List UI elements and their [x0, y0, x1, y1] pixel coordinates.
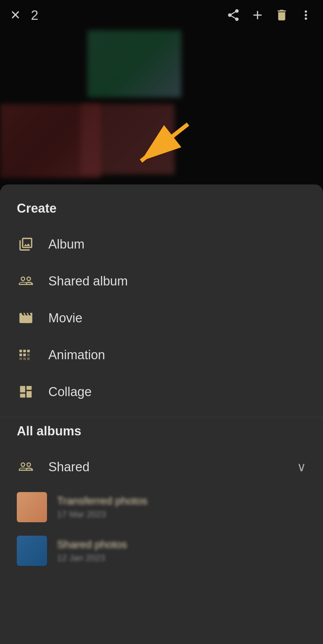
album-label: Album: [48, 237, 85, 252]
shared-album-menu-item[interactable]: Shared album: [0, 263, 323, 300]
delete-button[interactable]: [275, 8, 289, 22]
chevron-down-icon[interactable]: ∨: [297, 460, 306, 474]
collage-icon: [17, 383, 35, 401]
album-name-2: Shared photos: [57, 538, 127, 551]
album-thumb-2: [17, 536, 47, 566]
share-button[interactable]: [226, 8, 240, 22]
animation-label: Animation: [48, 348, 105, 362]
divider: [0, 417, 323, 417]
album-thumb-1: [17, 492, 47, 522]
album-info-1: Transferred photos 17 Mar 2023: [57, 495, 147, 520]
album-icon: [17, 235, 35, 253]
movie-label: Movie: [48, 311, 82, 325]
close-button[interactable]: ✕: [10, 9, 21, 21]
shared-row-left: Shared: [17, 458, 90, 476]
shared-label: Shared: [48, 460, 90, 474]
shared-row-icon: [17, 458, 35, 476]
album-date-2: 12 Jan 2023: [57, 553, 127, 563]
shared-album-icon: [17, 272, 35, 290]
all-albums-section-label: All albums: [0, 424, 323, 448]
movie-icon: [17, 309, 35, 327]
shared-albums-row[interactable]: Shared ∨: [0, 448, 323, 485]
animation-menu-item[interactable]: Animation: [0, 336, 323, 373]
add-button[interactable]: [250, 8, 265, 22]
movie-menu-item[interactable]: Movie: [0, 300, 323, 336]
bottom-sheet: Create Album Shared album Movie: [0, 184, 323, 644]
top-bar-left: ✕ 2: [10, 8, 38, 23]
album-item-1[interactable]: Transferred photos 17 Mar 2023: [0, 485, 323, 529]
selection-count: 2: [31, 8, 38, 23]
album-name-1: Transferred photos: [57, 495, 147, 507]
top-bar: ✕ 2: [0, 0, 323, 30]
top-bar-right: [226, 8, 313, 22]
album-info-2: Shared photos 12 Jan 2023: [57, 538, 127, 563]
animation-icon: [17, 346, 35, 364]
shared-album-label: Shared album: [48, 274, 128, 288]
album-item-2[interactable]: Shared photos 12 Jan 2023: [0, 529, 323, 573]
collage-label: Collage: [48, 385, 92, 399]
album-date-1: 17 Mar 2023: [57, 509, 147, 520]
collage-menu-item[interactable]: Collage: [0, 373, 323, 410]
create-section-label: Create: [0, 201, 323, 226]
more-button[interactable]: [299, 8, 313, 22]
album-menu-item[interactable]: Album: [0, 226, 323, 263]
